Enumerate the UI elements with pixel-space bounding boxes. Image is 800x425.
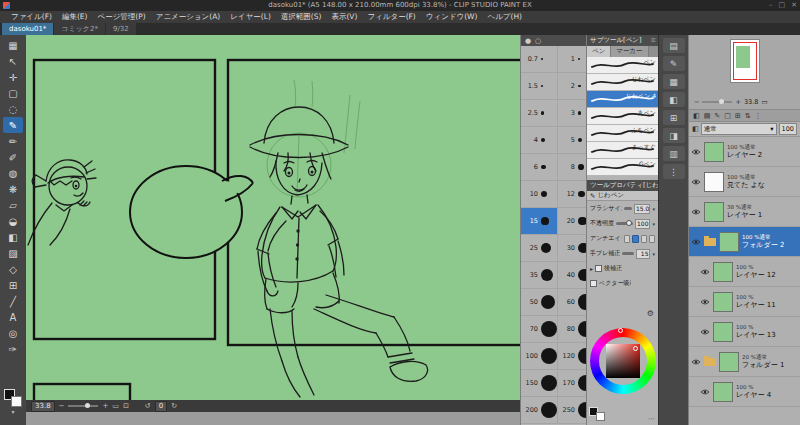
opacity-slider[interactable] [616, 222, 633, 225]
layer-toolbar-icon-6[interactable]: ⋮ [755, 112, 762, 120]
tool-move[interactable]: ✛ [3, 69, 23, 85]
tool-layout[interactable]: ▦ [3, 37, 23, 53]
navigator-view-rect[interactable] [733, 42, 757, 80]
subtool-item-1[interactable]: じわペン [587, 74, 658, 91]
dock-icon-0[interactable]: ▤ [663, 38, 685, 53]
layer-visibility-eye-icon[interactable] [700, 298, 710, 306]
wheel-menu-icon[interactable]: ⋯ [648, 415, 655, 423]
tool-gradient[interactable]: ▨ [3, 245, 23, 261]
tool-airbrush[interactable]: ◍ [3, 165, 23, 181]
tool-eraser[interactable]: ▱ [3, 197, 23, 213]
fit-to-screen-icon[interactable]: ▭ [112, 401, 119, 411]
menu-item-7[interactable]: フィルター(F) [362, 11, 420, 23]
brush-size-cell-6[interactable]: 4 [521, 127, 558, 154]
layer-visibility-eye-icon[interactable] [691, 208, 701, 216]
blend-mode-dropdown[interactable]: 通常▾ [701, 123, 777, 135]
antialias-property[interactable]: アンチエイリアス [587, 231, 658, 246]
antialias-weak-button[interactable] [632, 235, 638, 243]
zoom-value[interactable]: 33.8 [31, 401, 55, 412]
nav-zoom-out-button[interactable]: − [694, 97, 699, 107]
sv-picker-dot[interactable] [633, 346, 638, 351]
tool-pencil[interactable]: ✏ [3, 133, 23, 149]
menu-item-1[interactable]: 編集(E) [57, 11, 93, 23]
vector-snap-property[interactable]: ベクター吸着 [587, 276, 658, 291]
layer-row-2[interactable]: 38 %通常 レイヤー 1 [689, 197, 800, 227]
post-correction-checkbox[interactable] [595, 265, 602, 272]
layer-visibility-eye-icon[interactable] [691, 178, 701, 186]
layer-thumbnail[interactable] [704, 202, 724, 222]
layer-row-1[interactable]: 100 %通常 見てた よな [689, 167, 800, 197]
dock-icon-5[interactable]: ◨ [663, 128, 685, 143]
tool-correction[interactable]: ✑ [3, 341, 23, 357]
zoom-in-button[interactable]: + [102, 401, 108, 411]
nav-zoom-slider[interactable] [702, 101, 732, 103]
brush-size-slider[interactable] [624, 207, 632, 210]
dock-icon-1[interactable]: ✎ [663, 56, 685, 71]
layer-row-0[interactable]: 100 %通常 レイヤー 2 [689, 137, 800, 167]
subtool-palette-header[interactable]: サブツール[ペン]≡ [587, 35, 658, 46]
tool-text[interactable]: A [3, 309, 23, 325]
layer-row-4[interactable]: 100 % レイヤー 12 [689, 257, 800, 287]
antialias-strong-button[interactable] [649, 235, 655, 243]
subtool-item-5[interactable]: まっすぐ [587, 142, 658, 159]
rotation-value[interactable]: 0 [155, 401, 167, 412]
opacity-property[interactable]: 不透明度 100 ▾ [587, 216, 658, 231]
close-button[interactable]: ✕ [791, 0, 797, 11]
brush-size-cell-4[interactable]: 2.5 [521, 100, 558, 127]
nav-fit-icon[interactable]: ▭ [761, 98, 767, 106]
zoom-out-button[interactable]: − [59, 401, 65, 411]
dock-icon-2[interactable]: ▦ [663, 74, 685, 89]
vector-snap-checkbox[interactable] [590, 280, 597, 287]
menu-item-4[interactable]: レイヤー(L) [225, 11, 276, 23]
hue-picker-dot[interactable] [618, 328, 623, 333]
nav-zoom-in-button[interactable]: + [735, 97, 740, 107]
layer-toolbar-icon-2[interactable]: ✎ [714, 112, 720, 120]
subtool-group-tab-0[interactable]: ペン [587, 46, 611, 57]
tool-brush[interactable]: ✐ [3, 149, 23, 165]
subtool-item-3[interactable]: 丸ペン [587, 108, 658, 125]
stabilization-slider[interactable] [622, 252, 634, 255]
layer-row-8[interactable]: 100 % レイヤー 4 [689, 377, 800, 407]
layer-visibility-eye-icon[interactable] [691, 148, 701, 156]
layer-toolbar-icon-5[interactable]: ⇅ [745, 112, 751, 120]
expand-icon[interactable]: ▸ [590, 265, 593, 272]
brush-size-cell-22[interactable]: 100 [521, 343, 558, 370]
actual-size-icon[interactable]: ⊡ [123, 401, 129, 411]
brush-size-cell-20[interactable]: 70 [521, 316, 558, 343]
canvas[interactable] [26, 35, 520, 400]
brush-size-cell-14[interactable]: 25 [521, 235, 558, 262]
menu-item-2[interactable]: ページ管理(P) [92, 11, 150, 23]
subtool-item-6[interactable]: Gペン [587, 159, 658, 176]
post-correction-property[interactable]: ▸ 後補正 [587, 261, 658, 276]
antialias-none-button[interactable] [624, 235, 630, 243]
dock-icon-7[interactable]: ⋮ [663, 164, 685, 179]
brush-size-cell-16[interactable]: 35 [521, 262, 558, 289]
tool-auto-select[interactable]: ◌ [3, 101, 23, 117]
tool-property-settings-icon[interactable]: ⚙ [647, 309, 654, 318]
layer-toolbar-icon-1[interactable]: ▤ [704, 112, 711, 120]
saturation-value-square[interactable] [606, 344, 640, 378]
dock-icon-4[interactable]: ⊞ [663, 110, 685, 125]
tool-decoration[interactable]: ❋ [3, 181, 23, 197]
antialias-mid-button[interactable] [641, 235, 647, 243]
menu-item-5[interactable]: 選択範囲(S) [276, 11, 327, 23]
chevron-down-icon[interactable]: ▾ [652, 251, 655, 257]
layer-visibility-eye-icon[interactable] [691, 358, 701, 366]
tool-blend[interactable]: ◒ [3, 213, 23, 229]
layer-visibility-eye-icon[interactable] [700, 388, 710, 396]
layer-toolbar-icon-3[interactable]: □ [724, 112, 731, 120]
tool-fill[interactable]: ◧ [3, 229, 23, 245]
chevron-down-icon[interactable]: ▾ [652, 221, 655, 227]
subtool-item-2[interactable]: じわペン 4 [587, 91, 658, 108]
brush-size-cell-2[interactable]: 1.5 [521, 73, 558, 100]
dock-icon-3[interactable]: ◧ [663, 92, 685, 107]
tool-operation[interactable]: ↖ [3, 53, 23, 69]
zoom-slider[interactable] [68, 405, 98, 407]
chevron-down-icon[interactable]: ▾ [652, 206, 655, 212]
maximize-button[interactable]: □ [779, 0, 786, 11]
layer-row-5[interactable]: 100 % レイヤー 11 [689, 287, 800, 317]
layer-thumbnail[interactable] [713, 292, 733, 312]
layer-row-3[interactable]: 100 %通常 フォルダー 2 [689, 227, 800, 257]
document-tab-1[interactable]: コミック2* [54, 23, 105, 35]
document-tab-2[interactable]: 9/32 [106, 23, 136, 35]
